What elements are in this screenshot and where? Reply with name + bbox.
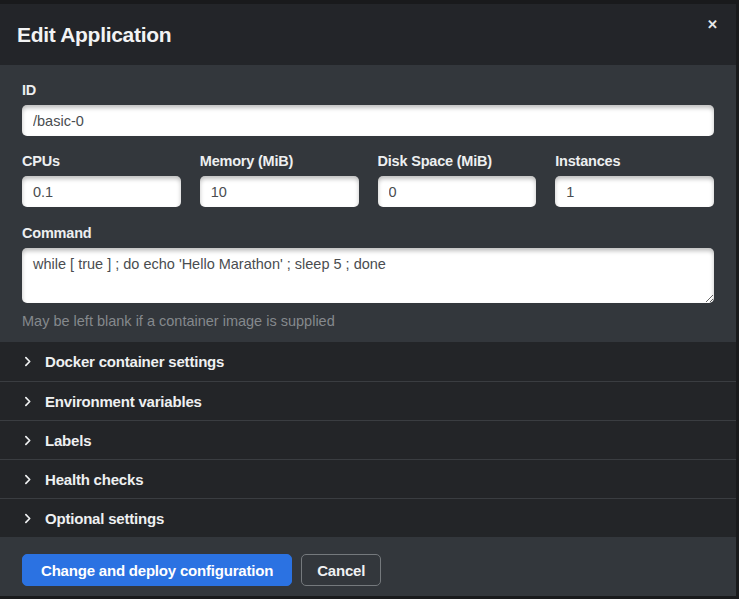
resource-field-row: CPUs Memory (MiB) Disk Space (MiB) Insta… bbox=[22, 153, 714, 207]
command-textarea[interactable]: while [ true ] ; do echo 'Hello Marathon… bbox=[22, 248, 714, 303]
section-label: Docker container settings bbox=[45, 353, 224, 370]
collapsible-sections: Docker container settings Environment va… bbox=[0, 342, 736, 537]
id-input[interactable] bbox=[22, 105, 714, 136]
modal-footer: Change and deploy configuration Cancel bbox=[0, 537, 736, 599]
chevron-right-icon bbox=[21, 355, 34, 368]
cpus-label: CPUs bbox=[22, 153, 181, 169]
disk-field-group: Disk Space (MiB) bbox=[378, 153, 537, 207]
section-label: Health checks bbox=[45, 471, 143, 488]
section-docker-container-settings[interactable]: Docker container settings bbox=[0, 342, 736, 381]
chevron-right-icon bbox=[21, 395, 34, 408]
chevron-right-icon bbox=[21, 434, 34, 447]
close-icon[interactable]: ✕ bbox=[703, 14, 722, 35]
memory-field-group: Memory (MiB) bbox=[200, 153, 359, 207]
change-and-deploy-button[interactable]: Change and deploy configuration bbox=[22, 554, 292, 586]
chevron-right-icon bbox=[21, 473, 34, 486]
command-field-group: Command while [ true ] ; do echo 'Hello … bbox=[22, 225, 714, 342]
section-optional-settings[interactable]: Optional settings bbox=[0, 498, 736, 537]
edit-application-modal: Edit Application ✕ ID CPUs Memory (MiB) … bbox=[0, 0, 739, 599]
modal-header: Edit Application ✕ bbox=[0, 4, 736, 65]
modal-title: Edit Application bbox=[17, 23, 171, 47]
instances-input[interactable] bbox=[555, 176, 714, 207]
disk-label: Disk Space (MiB) bbox=[378, 153, 537, 169]
cpus-field-group: CPUs bbox=[22, 153, 181, 207]
section-label: Optional settings bbox=[45, 510, 164, 527]
section-label: Labels bbox=[45, 432, 91, 449]
cpus-input[interactable] bbox=[22, 176, 181, 207]
disk-input[interactable] bbox=[378, 176, 537, 207]
command-label: Command bbox=[22, 225, 714, 241]
chevron-right-icon bbox=[21, 512, 34, 525]
command-helper-text: May be left blank if a container image i… bbox=[22, 313, 714, 342]
id-field-group: ID bbox=[22, 82, 714, 136]
memory-label: Memory (MiB) bbox=[200, 153, 359, 169]
memory-input[interactable] bbox=[200, 176, 359, 207]
section-environment-variables[interactable]: Environment variables bbox=[0, 381, 736, 420]
form-area: ID CPUs Memory (MiB) Disk Space (MiB) In… bbox=[0, 65, 736, 342]
instances-field-group: Instances bbox=[555, 153, 714, 207]
instances-label: Instances bbox=[555, 153, 714, 169]
section-labels[interactable]: Labels bbox=[0, 420, 736, 459]
section-health-checks[interactable]: Health checks bbox=[0, 459, 736, 498]
section-label: Environment variables bbox=[45, 393, 202, 410]
cancel-button[interactable]: Cancel bbox=[301, 554, 381, 586]
id-label: ID bbox=[22, 82, 714, 98]
